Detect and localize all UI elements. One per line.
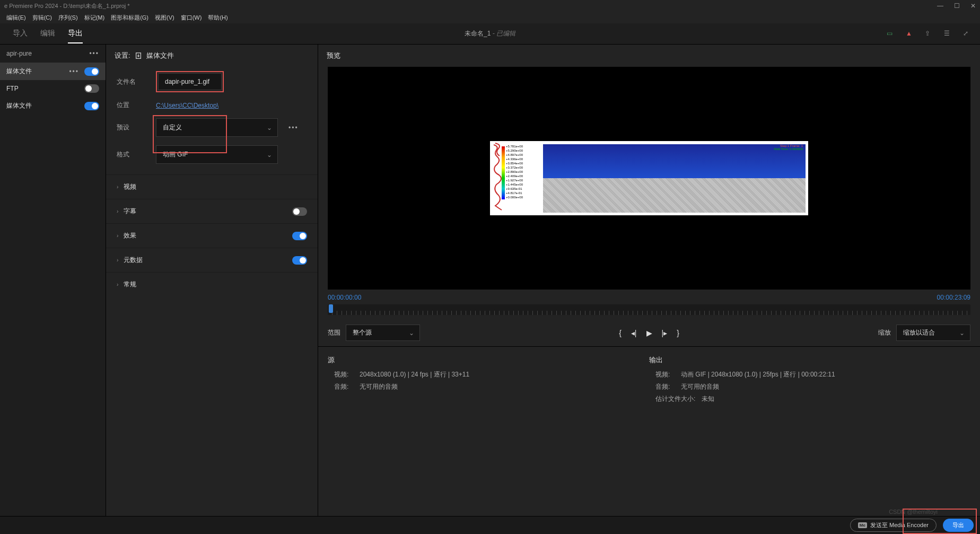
location-label: 位置 [117,101,150,110]
range-select[interactable]: 整个源 ⌄ [346,325,420,341]
frame-info: Step:1 Frame: 1 Wall Time: 0.060606 [774,144,803,151]
section-effects-toggle[interactable] [292,232,307,240]
chevron-right-icon: › [117,184,118,190]
export-sidebar: apir-pure ••• 媒体文件 ••• FTP 媒体文件 [0,45,106,516]
menu-view[interactable]: 视图(V) [153,13,177,23]
maximize-icon[interactable]: ☐ [954,2,960,10]
timeline-track[interactable] [328,304,970,315]
new-item-icon[interactable]: ▭ [887,30,895,38]
timeline-area: 00:00:00:00 00:00:23:09 [318,290,980,319]
sidebar-item-media-2[interactable]: 媒体文件 [0,97,106,115]
goto-end-icon[interactable]: } [677,329,679,337]
menu-marker[interactable]: 标记(M) [82,13,107,23]
menu-edit[interactable]: 编辑(E) [4,13,28,23]
menu-graphics[interactable]: 图形和标题(G) [109,13,151,23]
bottom-bar: CSDN @themiltoyi Me 发送至 Media Encoder 导出 [0,516,980,534]
title-bar: e Premiere Pro 2024 - D:\temp\未命名_1.prpr… [0,0,980,12]
sidebar-item-more-icon[interactable]: ••• [69,68,79,75]
section-subtitles-toggle[interactable] [292,207,307,216]
info-section: 源 视频:2048x1080 (1.0) | 24 fps | 逐行 | 33+… [318,346,980,415]
chevron-down-icon: ⌄ [267,124,272,132]
step-back-icon[interactable]: ◂| [631,329,637,337]
sidebar-more-icon[interactable]: ••• [89,50,99,57]
menu-clip[interactable]: 剪辑(C) [30,13,54,23]
video-preview: +5.781e+00+5.290e+00+4.897e+00+4.336e+00… [328,67,970,290]
sidebar-toggle-media-2[interactable] [84,102,99,110]
me-badge-icon: Me [858,522,867,528]
tab-export[interactable]: 导出 [68,24,83,43]
send-to-encoder-button[interactable]: Me 发送至 Media Encoder [850,519,937,532]
mode-tab-row: 导入 编辑 导出 未命名_1 - 已编辑 ▭ ▲ ⇪ ☰ ⤢ [0,23,980,45]
time-start: 00:00:00:00 [328,294,361,301]
chevron-right-icon: › [117,208,118,214]
goto-start-icon[interactable]: { [619,329,622,337]
sidebar-item-media-1[interactable]: 媒体文件 ••• [0,63,106,80]
title-bar-text: e Premiere Pro 2024 - D:\temp\未命名_1.prpr… [4,2,130,10]
project-label: 未命名_1 - 已编辑 [465,29,515,38]
tab-edit[interactable]: 编辑 [40,24,55,43]
preview-header: 预览 [318,45,980,67]
sidebar-item-ftp[interactable]: FTP [0,80,106,97]
section-subtitles[interactable]: ›字幕 [106,199,318,223]
source-info: 源 视频:2048x1080 (1.0) | 24 fps | 逐行 | 33+… [328,355,649,407]
chevron-right-icon: › [117,282,118,287]
watermark: CSDN @themiltoyi [889,509,938,515]
chevron-down-icon: ⌄ [409,329,414,337]
settings-panel: 设置: 媒体文件 文件名 位置 C:\Users\CC\Desktop\ 预设 … [106,45,318,516]
preset-label: 预设 [117,123,150,132]
section-video[interactable]: ›视频 [106,174,318,199]
menu-window[interactable]: 窗口(W) [179,13,204,23]
sidebar-toggle-ftp[interactable] [84,84,99,93]
section-general[interactable]: ›常规 [106,272,318,296]
play-icon[interactable]: ▶ [646,329,652,337]
section-metadata[interactable]: ›元数据 [106,248,318,272]
chevron-right-icon: › [117,233,118,239]
format-label: 格式 [117,150,150,159]
step-forward-icon[interactable]: |▸ [662,329,668,337]
preview-panel: 预览 +5.781e+00+5.290e+00+4.897e+00+4.336e… [318,45,980,516]
sidebar-header: apir-pure ••• [0,45,106,63]
section-effects[interactable]: ›效果 [106,223,318,248]
expand-icon[interactable]: ⤢ [963,30,972,38]
range-label: 范围 [328,328,340,337]
preset-more-icon[interactable]: ••• [288,124,299,132]
filename-input[interactable] [158,73,222,90]
hamburger-icon[interactable]: ☰ [944,30,952,38]
playback-controls: { ◂| ▶ |▸ } [619,329,679,337]
preview-frame: +5.781e+00+5.290e+00+4.897e+00+4.336e+00… [490,141,808,215]
legend-values: +5.781e+00+5.290e+00+4.897e+00+4.336e+00… [506,144,523,199]
section-metadata-toggle[interactable] [292,256,307,265]
menu-help[interactable]: 帮助(H) [206,13,230,23]
close-icon[interactable]: ✕ [970,2,976,10]
menu-sequence[interactable]: 序列(S) [56,13,80,23]
location-link[interactable]: C:\Users\CC\Desktop\ [156,102,218,109]
chevron-down-icon: ⌄ [959,329,965,337]
output-info: 输出 视频:动画 GIF | 2048x1080 (1.0) | 25fps |… [649,355,970,407]
settings-header: 设置: 媒体文件 [106,45,318,67]
preset-select[interactable]: 自定义 ⌄ [156,118,278,137]
sidebar-toggle-media-1[interactable] [84,67,99,76]
export-file-icon [135,52,142,59]
filename-label: 文件名 [117,77,150,86]
minimize-icon[interactable]: — [937,2,943,10]
chevron-down-icon: ⌄ [267,151,272,159]
scale-select[interactable]: 缩放以适合 ⌄ [896,325,970,341]
playhead[interactable] [329,304,333,313]
scale-label: 缩放 [878,328,891,337]
share-icon[interactable]: ⇪ [925,30,933,38]
chevron-right-icon: › [117,257,118,263]
window-controls: — ☐ ✕ [937,2,976,10]
menu-bar: 编辑(E) 剪辑(C) 序列(S) 标记(M) 图形和标题(G) 视图(V) 窗… [0,12,980,23]
tab-import[interactable]: 导入 [13,24,28,43]
export-button[interactable]: 导出 [943,519,974,532]
time-end: 00:00:23:09 [937,294,970,301]
format-select[interactable]: 动画 GIF ⌄ [156,145,278,164]
warning-icon[interactable]: ▲ [906,30,914,38]
